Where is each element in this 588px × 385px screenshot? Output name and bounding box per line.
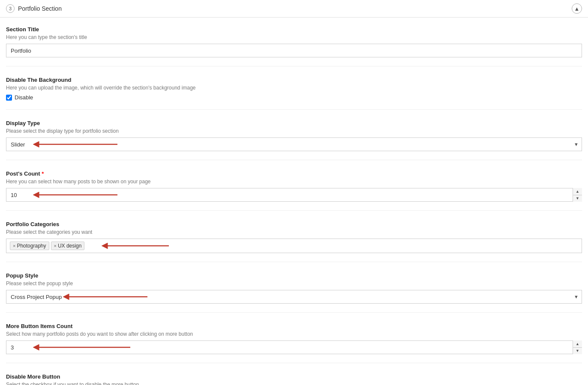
section-title-group: Section Title Here you can type the sect… [6, 26, 582, 66]
page-wrapper: 3 Portfolio Section ▲ Section Title Here… [0, 0, 588, 385]
popup-style-description: Please select the popup style [6, 281, 582, 287]
disable-more-button-description: Select the checkbox if you want to disab… [6, 382, 582, 385]
more-count-up[interactable]: ▲ [573, 340, 582, 348]
popup-style-label: Popup Style [6, 272, 582, 279]
collapse-button[interactable]: ▲ [572, 3, 582, 14]
posts-count-down[interactable]: ▼ [573, 195, 582, 202]
disable-background-checkbox-label: Disable [15, 94, 33, 101]
more-button-count-label: More Button Items Count [6, 323, 582, 329]
disable-more-button-group: Disable More Button Select the checkbox … [6, 373, 582, 385]
portfolio-categories-field: × Photography × UX design [6, 239, 582, 253]
tag-photography-remove[interactable]: × [13, 243, 15, 248]
disable-background-row: Disable [6, 94, 582, 101]
portfolio-categories-group: Portfolio Categories Please select the c… [6, 221, 582, 262]
disable-background-checkbox[interactable] [6, 95, 12, 101]
disable-background-description: Here you can upload the image, which wil… [6, 85, 582, 91]
more-count-spinners: ▲ ▼ [573, 340, 582, 354]
posts-count-label: Post's Count * [6, 170, 582, 177]
collapse-icon: ▲ [574, 6, 580, 12]
posts-count-group: Post's Count * Here you can select how m… [6, 170, 582, 211]
display-type-description: Please select the display type for portf… [6, 128, 582, 134]
more-count-wrapper: ▲ ▼ [6, 340, 582, 354]
portfolio-categories-description: Please select the categories you want [6, 229, 582, 235]
posts-count-input[interactable] [6, 188, 582, 202]
posts-count-up[interactable]: ▲ [573, 188, 582, 195]
tag-ux-design: × UX design [51, 242, 85, 250]
header-left: 3 Portfolio Section [6, 4, 62, 13]
display-type-select[interactable]: Slider Grid Masonry [6, 137, 582, 151]
posts-count-field: ▲ ▼ [6, 188, 582, 202]
posts-count-required: * [42, 170, 44, 177]
more-button-count-field: ▲ ▼ [6, 340, 582, 354]
section-header: 3 Portfolio Section ▲ [0, 0, 588, 18]
posts-count-wrapper: ▲ ▼ [6, 188, 582, 202]
tag-photography-label: Photography [17, 243, 46, 249]
section-title-description: Here you can type the section's title [6, 34, 582, 40]
popup-style-group: Popup Style Please select the popup styl… [6, 272, 582, 313]
more-count-input[interactable] [6, 340, 582, 354]
more-count-down[interactable]: ▼ [573, 348, 582, 355]
content-area: Section Title Here you can type the sect… [0, 18, 588, 385]
posts-count-spinners: ▲ ▼ [573, 188, 582, 202]
display-type-label: Display Type [6, 120, 582, 126]
step-number: 3 [9, 6, 12, 11]
popup-style-field: Cross Project Popup Standard Popup None … [6, 290, 582, 304]
display-type-field: Slider Grid Masonry ▼ [6, 137, 582, 151]
disable-background-group: Disable The Background Here you can uplo… [6, 77, 582, 110]
more-button-count-description: Select how many portfolio posts do you w… [6, 331, 582, 337]
disable-more-button-label: Disable More Button [6, 373, 582, 380]
display-type-select-wrapper: Slider Grid Masonry ▼ [6, 137, 582, 151]
disable-background-label: Disable The Background [6, 77, 582, 83]
section-title-input[interactable] [6, 44, 582, 57]
portfolio-categories-label: Portfolio Categories [6, 221, 582, 227]
popup-style-select[interactable]: Cross Project Popup Standard Popup None [6, 290, 582, 304]
more-button-count-group: More Button Items Count Select how many … [6, 323, 582, 363]
posts-count-description: Here you can select how many posts to be… [6, 179, 582, 185]
tags-container[interactable]: × Photography × UX design [6, 239, 582, 253]
tag-photography: × Photography [10, 242, 49, 250]
section-title-header: Portfolio Section [18, 5, 62, 12]
popup-style-select-wrapper: Cross Project Popup Standard Popup None … [6, 290, 582, 304]
tag-ux-design-remove[interactable]: × [54, 243, 57, 248]
section-title-label: Section Title [6, 26, 582, 33]
tag-ux-design-label: UX design [58, 243, 81, 249]
step-badge: 3 [6, 4, 15, 13]
display-type-group: Display Type Please select the display t… [6, 120, 582, 160]
